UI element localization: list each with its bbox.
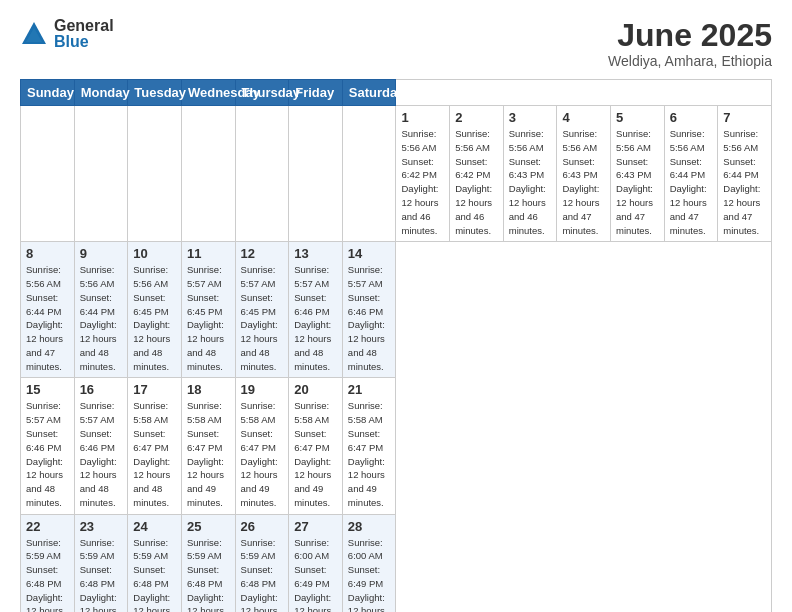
day-info: Sunrise: 5:58 AMSunset: 6:47 PMDaylight:… [294, 399, 337, 509]
day-number: 6 [670, 110, 713, 125]
col-thursday: Thursday [235, 80, 289, 106]
calendar-cell: 25Sunrise: 5:59 AMSunset: 6:48 PMDayligh… [181, 514, 235, 612]
day-info: Sunrise: 6:00 AMSunset: 6:49 PMDaylight:… [348, 536, 391, 612]
calendar-cell: 14Sunrise: 5:57 AMSunset: 6:46 PMDayligh… [342, 242, 396, 378]
calendar-cell: 11Sunrise: 5:57 AMSunset: 6:45 PMDayligh… [181, 242, 235, 378]
day-number: 14 [348, 246, 391, 261]
calendar-cell [235, 106, 289, 242]
calendar-cell: 18Sunrise: 5:58 AMSunset: 6:47 PMDayligh… [181, 378, 235, 514]
logo: General Blue [20, 18, 114, 50]
header: General Blue June 2025 Weldiya, Amhara, … [20, 18, 772, 69]
calendar-row-1: 1Sunrise: 5:56 AMSunset: 6:42 PMDaylight… [21, 106, 772, 242]
calendar-cell: 4Sunrise: 5:56 AMSunset: 6:43 PMDaylight… [557, 106, 611, 242]
day-number: 23 [80, 519, 123, 534]
calendar-cell: 17Sunrise: 5:58 AMSunset: 6:47 PMDayligh… [128, 378, 182, 514]
day-number: 2 [455, 110, 498, 125]
page: General Blue June 2025 Weldiya, Amhara, … [0, 0, 792, 612]
day-info: Sunrise: 5:56 AMSunset: 6:44 PMDaylight:… [26, 263, 69, 373]
day-info: Sunrise: 5:56 AMSunset: 6:45 PMDaylight:… [133, 263, 176, 373]
calendar-cell [21, 106, 75, 242]
day-info: Sunrise: 5:59 AMSunset: 6:48 PMDaylight:… [241, 536, 284, 612]
calendar-cell: 16Sunrise: 5:57 AMSunset: 6:46 PMDayligh… [74, 378, 128, 514]
day-info: Sunrise: 5:57 AMSunset: 6:46 PMDaylight:… [80, 399, 123, 509]
calendar-cell: 10Sunrise: 5:56 AMSunset: 6:45 PMDayligh… [128, 242, 182, 378]
calendar-cell: 24Sunrise: 5:59 AMSunset: 6:48 PMDayligh… [128, 514, 182, 612]
calendar-cell: 26Sunrise: 5:59 AMSunset: 6:48 PMDayligh… [235, 514, 289, 612]
calendar-cell: 1Sunrise: 5:56 AMSunset: 6:42 PMDaylight… [396, 106, 450, 242]
day-info: Sunrise: 5:57 AMSunset: 6:45 PMDaylight:… [241, 263, 284, 373]
day-number: 4 [562, 110, 605, 125]
calendar-title: June 2025 [608, 18, 772, 53]
col-tuesday: Tuesday [128, 80, 182, 106]
day-info: Sunrise: 5:59 AMSunset: 6:48 PMDaylight:… [133, 536, 176, 612]
day-info: Sunrise: 5:58 AMSunset: 6:47 PMDaylight:… [241, 399, 284, 509]
calendar-cell: 21Sunrise: 5:58 AMSunset: 6:47 PMDayligh… [342, 378, 396, 514]
day-info: Sunrise: 5:56 AMSunset: 6:43 PMDaylight:… [562, 127, 605, 237]
day-info: Sunrise: 5:59 AMSunset: 6:48 PMDaylight:… [187, 536, 230, 612]
day-info: Sunrise: 5:57 AMSunset: 6:46 PMDaylight:… [294, 263, 337, 373]
day-number: 1 [401, 110, 444, 125]
day-number: 21 [348, 382, 391, 397]
calendar-cell: 23Sunrise: 5:59 AMSunset: 6:48 PMDayligh… [74, 514, 128, 612]
day-info: Sunrise: 5:59 AMSunset: 6:48 PMDaylight:… [26, 536, 69, 612]
day-number: 7 [723, 110, 766, 125]
calendar-cell: 22Sunrise: 5:59 AMSunset: 6:48 PMDayligh… [21, 514, 75, 612]
day-number: 25 [187, 519, 230, 534]
title-block: June 2025 Weldiya, Amhara, Ethiopia [608, 18, 772, 69]
calendar-header-row: Sunday Monday Tuesday Wednesday Thursday… [21, 80, 772, 106]
calendar-cell [74, 106, 128, 242]
day-number: 27 [294, 519, 337, 534]
day-number: 8 [26, 246, 69, 261]
calendar-cell: 20Sunrise: 5:58 AMSunset: 6:47 PMDayligh… [289, 378, 343, 514]
logo-text: General Blue [54, 18, 114, 50]
day-info: Sunrise: 5:57 AMSunset: 6:45 PMDaylight:… [187, 263, 230, 373]
calendar-cell: 19Sunrise: 5:58 AMSunset: 6:47 PMDayligh… [235, 378, 289, 514]
calendar-row-2: 8Sunrise: 5:56 AMSunset: 6:44 PMDaylight… [21, 242, 772, 378]
day-info: Sunrise: 5:56 AMSunset: 6:44 PMDaylight:… [723, 127, 766, 237]
day-number: 26 [241, 519, 284, 534]
day-info: Sunrise: 5:58 AMSunset: 6:47 PMDaylight:… [133, 399, 176, 509]
day-number: 19 [241, 382, 284, 397]
day-info: Sunrise: 5:56 AMSunset: 6:42 PMDaylight:… [401, 127, 444, 237]
col-saturday: Saturday [342, 80, 396, 106]
day-number: 15 [26, 382, 69, 397]
col-friday: Friday [289, 80, 343, 106]
calendar-row-3: 15Sunrise: 5:57 AMSunset: 6:46 PMDayligh… [21, 378, 772, 514]
day-info: Sunrise: 5:58 AMSunset: 6:47 PMDaylight:… [187, 399, 230, 509]
day-number: 20 [294, 382, 337, 397]
day-info: Sunrise: 5:56 AMSunset: 6:44 PMDaylight:… [80, 263, 123, 373]
day-number: 22 [26, 519, 69, 534]
calendar-cell: 8Sunrise: 5:56 AMSunset: 6:44 PMDaylight… [21, 242, 75, 378]
calendar-cell: 5Sunrise: 5:56 AMSunset: 6:43 PMDaylight… [611, 106, 665, 242]
col-monday: Monday [74, 80, 128, 106]
day-number: 17 [133, 382, 176, 397]
day-number: 11 [187, 246, 230, 261]
logo-general: General [54, 18, 114, 34]
calendar-cell: 28Sunrise: 6:00 AMSunset: 6:49 PMDayligh… [342, 514, 396, 612]
calendar-cell: 27Sunrise: 6:00 AMSunset: 6:49 PMDayligh… [289, 514, 343, 612]
calendar-cell: 15Sunrise: 5:57 AMSunset: 6:46 PMDayligh… [21, 378, 75, 514]
day-number: 9 [80, 246, 123, 261]
day-number: 12 [241, 246, 284, 261]
day-info: Sunrise: 5:58 AMSunset: 6:47 PMDaylight:… [348, 399, 391, 509]
calendar-table: Sunday Monday Tuesday Wednesday Thursday… [20, 79, 772, 612]
day-number: 5 [616, 110, 659, 125]
day-number: 24 [133, 519, 176, 534]
day-number: 10 [133, 246, 176, 261]
day-info: Sunrise: 6:00 AMSunset: 6:49 PMDaylight:… [294, 536, 337, 612]
day-info: Sunrise: 5:57 AMSunset: 6:46 PMDaylight:… [348, 263, 391, 373]
calendar-cell: 6Sunrise: 5:56 AMSunset: 6:44 PMDaylight… [664, 106, 718, 242]
calendar-cell [289, 106, 343, 242]
day-number: 28 [348, 519, 391, 534]
calendar-cell: 3Sunrise: 5:56 AMSunset: 6:43 PMDaylight… [503, 106, 557, 242]
calendar-cell [342, 106, 396, 242]
calendar-cell: 2Sunrise: 5:56 AMSunset: 6:42 PMDaylight… [450, 106, 504, 242]
day-info: Sunrise: 5:59 AMSunset: 6:48 PMDaylight:… [80, 536, 123, 612]
day-info: Sunrise: 5:57 AMSunset: 6:46 PMDaylight:… [26, 399, 69, 509]
calendar-cell: 7Sunrise: 5:56 AMSunset: 6:44 PMDaylight… [718, 106, 772, 242]
calendar-row-4: 22Sunrise: 5:59 AMSunset: 6:48 PMDayligh… [21, 514, 772, 612]
calendar-subtitle: Weldiya, Amhara, Ethiopia [608, 53, 772, 69]
day-info: Sunrise: 5:56 AMSunset: 6:44 PMDaylight:… [670, 127, 713, 237]
day-info: Sunrise: 5:56 AMSunset: 6:42 PMDaylight:… [455, 127, 498, 237]
day-number: 18 [187, 382, 230, 397]
